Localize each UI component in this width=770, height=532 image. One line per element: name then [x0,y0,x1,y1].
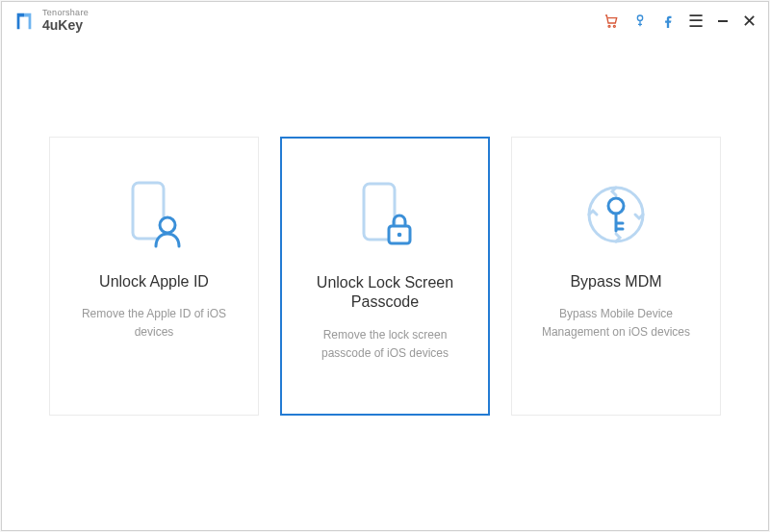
card-title: Bypass MDM [570,272,661,292]
card-bypass-mdm[interactable]: Bypass MDM Bypass Mobile Device Manageme… [511,137,721,416]
card-unlock-lock-screen[interactable]: Unlock Lock Screen Passcode Remove the l… [280,137,490,416]
svg-rect-3 [718,20,728,22]
card-unlock-apple-id[interactable]: Unlock Apple ID Remove the Apple ID of i… [49,137,259,416]
brand-text: Tenorshare 4uKey [42,9,89,33]
card-desc: Bypass Mobile Device Management on iOS d… [529,305,703,342]
close-icon[interactable]: ✕ [742,11,757,32]
card-desc: Remove the Apple ID of iOS devices [67,305,241,342]
app-window: Tenorshare 4uKey [1,1,769,531]
card-title: Unlock Lock Screen Passcode [299,273,471,314]
minimize-icon[interactable] [717,15,729,27]
main-content: Unlock Apple ID Remove the Apple ID of i… [2,40,768,530]
phone-user-icon [119,170,189,259]
card-title: Unlock Apple ID [99,272,209,292]
facebook-icon[interactable] [661,13,675,29]
brand-product: 4uKey [42,18,89,33]
key-icon[interactable] [632,13,648,29]
svg-point-8 [398,232,402,237]
svg-rect-4 [133,183,164,239]
bypass-key-icon [578,170,654,259]
svg-point-5 [160,217,175,233]
brand-logo-icon [13,11,35,32]
brand: Tenorshare 4uKey [13,9,89,33]
menu-icon[interactable]: ☰ [688,11,704,32]
svg-point-10 [608,198,624,214]
svg-point-1 [613,25,615,27]
card-desc: Remove the lock screen passcode of iOS d… [299,326,471,363]
phone-lock-icon [350,171,420,260]
window-controls: ☰ ✕ [603,11,757,32]
svg-point-0 [608,25,610,27]
cart-icon[interactable] [603,13,619,29]
titlebar: Tenorshare 4uKey [2,2,768,40]
svg-point-2 [637,15,642,20]
